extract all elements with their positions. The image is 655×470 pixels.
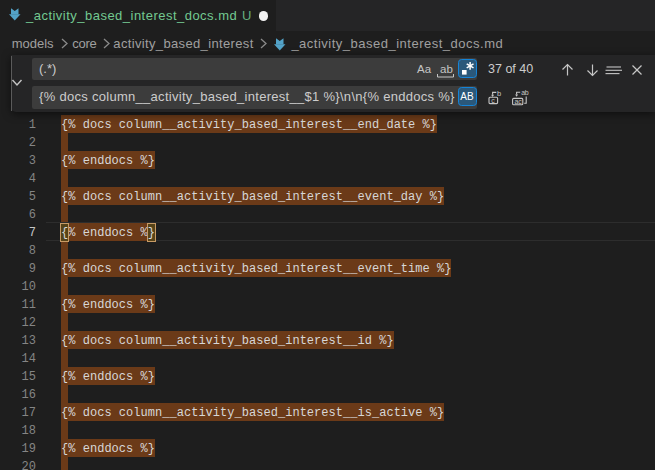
svg-text:ac: ac <box>514 97 522 104</box>
svg-text:b: b <box>497 90 501 98</box>
svg-text:ab: ab <box>521 90 529 96</box>
svg-text:c: c <box>491 97 495 104</box>
